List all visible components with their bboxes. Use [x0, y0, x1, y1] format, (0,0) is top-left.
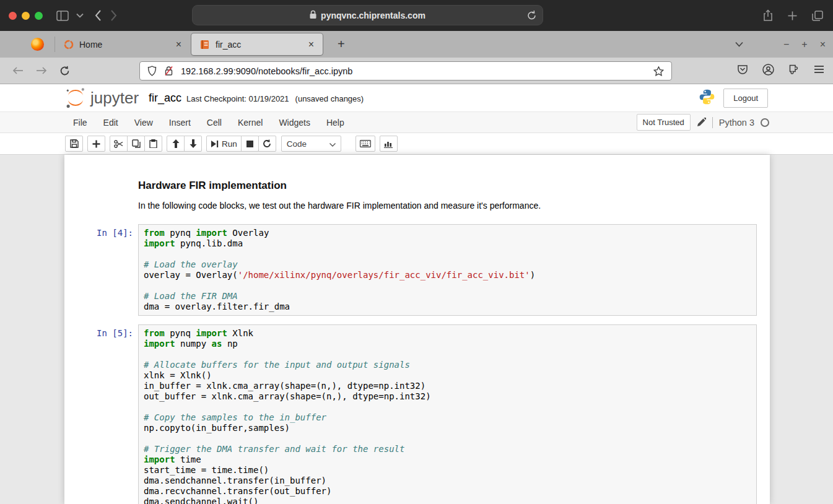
section-paragraph: In the following code blocks, we test ou…	[138, 201, 757, 211]
open-widgets-chart-button[interactable]	[380, 136, 398, 152]
code-line: dma.sendchannel.transfer(in_buffer)	[144, 476, 751, 486]
sidebar-icon[interactable]	[56, 11, 69, 21]
trust-status-button[interactable]: Not Trusted	[637, 114, 691, 131]
code-line: import pynq.lib.dma	[144, 238, 751, 249]
code-line: from pynq import Xlnk	[144, 328, 751, 339]
notebook-icon	[200, 40, 210, 50]
safari-reload-icon[interactable]	[527, 10, 536, 20]
restart-kernel-button[interactable]	[258, 136, 276, 152]
bookmark-star-icon[interactable]	[653, 66, 664, 76]
cell-prompt: In [4]:	[64, 224, 138, 316]
firefox-tabbar: Home×fir_acc× + − + ×	[0, 31, 833, 58]
python-logo-icon	[699, 89, 715, 108]
code-line: import numpy as np	[144, 339, 751, 349]
cell-type-dropdown[interactable]: Code	[281, 136, 341, 152]
code-line: xlnk = Xlnk()	[144, 370, 751, 381]
code-line: start_time = time.time()	[144, 465, 751, 476]
jupyter-ring-icon	[64, 40, 74, 50]
safari-back-icon[interactable]	[95, 10, 102, 21]
browser-forward-icon[interactable]	[36, 66, 47, 75]
safari-address-bar[interactable]: pynqvnc.chiprentals.com	[192, 5, 543, 25]
command-palette-button[interactable]	[355, 136, 375, 152]
zoom-window-button[interactable]	[35, 12, 43, 20]
firefox-logo-icon	[31, 38, 44, 51]
menu-insert[interactable]: Insert	[161, 118, 199, 128]
url-bar[interactable]: 192.168.2.99:9090/notebooks/fir_acc.ipyn…	[139, 61, 672, 80]
code-line: in_buffer = xlnk.cma_array(shape=(n,), d…	[144, 381, 751, 391]
menu-kernel[interactable]: Kernel	[230, 118, 271, 128]
save-button[interactable]	[65, 136, 83, 152]
jupyter-logo[interactable]: jupyter	[64, 87, 139, 109]
account-icon[interactable]	[762, 64, 774, 78]
jupyter-wordmark: jupyter	[90, 89, 139, 108]
new-tab-button[interactable]: +	[334, 37, 349, 51]
menu-help[interactable]: Help	[318, 118, 352, 128]
unsaved-status: (unsaved changes)	[295, 94, 364, 103]
screen: pynqvnc.chiprentals.com	[0, 0, 833, 504]
url-text: 192.168.2.99:9090/notebooks/fir_acc.ipyn…	[181, 66, 352, 76]
code-line	[144, 402, 751, 412]
cut-cell-button[interactable]	[110, 136, 128, 152]
tracking-shield-icon[interactable]	[147, 66, 157, 76]
new-tab-plus-icon[interactable]	[788, 11, 797, 20]
notebook-body: Hardware FIR implementation In the follo…	[0, 155, 833, 504]
insecure-lock-icon[interactable]	[164, 66, 173, 76]
jupyter-toolbar: Run Code	[0, 133, 833, 155]
chevron-down-icon[interactable]	[76, 13, 84, 18]
tab-label: Home	[79, 40, 175, 50]
code-cell-input[interactable]: from pynq import Overlayimport pynq.lib.…	[138, 224, 757, 316]
jupyter-menubar: FileEditViewInsertCellKernelWidgetsHelp …	[0, 112, 833, 133]
code-line: dma = overlay.filter.fir_dma	[144, 302, 751, 312]
extensions-puzzle-icon[interactable]	[788, 64, 800, 77]
tab-close-icon[interactable]: ×	[307, 39, 315, 50]
dropdown-chevron-icon	[329, 139, 336, 149]
move-cell-down-button[interactable]	[184, 136, 202, 152]
firefox-tab-home[interactable]: Home×	[55, 31, 190, 58]
code-line: np.copyto(in_buffer,samples)	[144, 423, 751, 433]
menu-edit[interactable]: Edit	[95, 118, 126, 128]
logout-button[interactable]: Logout	[723, 89, 768, 108]
safari-forward-icon[interactable]	[110, 10, 117, 21]
run-cell-button[interactable]: Run	[206, 136, 242, 152]
pocket-icon[interactable]	[737, 64, 748, 77]
copy-cell-button[interactable]	[127, 136, 145, 152]
list-all-tabs-icon[interactable]	[735, 31, 743, 58]
firefox-navbar: 192.168.2.99:9090/notebooks/fir_acc.ipyn…	[0, 58, 833, 84]
window-maximize-button[interactable]: +	[801, 39, 807, 50]
markdown-cell[interactable]: Hardware FIR implementation In the follo…	[64, 179, 770, 211]
code-line	[144, 280, 751, 291]
minimize-window-button[interactable]	[22, 12, 30, 20]
cell-type-value: Code	[287, 139, 307, 149]
notebook-title[interactable]: fir_acc	[149, 92, 181, 105]
menu-cell[interactable]: Cell	[199, 118, 230, 128]
browser-back-icon[interactable]	[12, 66, 24, 75]
code-line: # Allocate buffers for the input and out…	[144, 360, 751, 370]
code-cell[interactable]: In [4]:from pynq import Overlayimport py…	[64, 224, 770, 316]
tab-overview-icon[interactable]	[812, 11, 823, 21]
menu-view[interactable]: View	[126, 118, 161, 128]
paste-cell-button[interactable]	[144, 136, 162, 152]
interrupt-kernel-button[interactable]	[241, 136, 259, 152]
code-cell[interactable]: In [5]:from pynq import Xlnkimport numpy…	[64, 324, 770, 504]
menu-file[interactable]: File	[65, 118, 95, 128]
menu-hamburger-icon[interactable]	[814, 65, 824, 76]
window-close-button[interactable]: ×	[820, 39, 826, 50]
tab-close-icon[interactable]: ×	[175, 39, 183, 50]
firefox-tab-fir_acc[interactable]: fir_acc×	[191, 33, 323, 55]
code-line: # Copy the samples to the in_buffer	[144, 412, 751, 423]
share-icon[interactable]	[763, 9, 773, 22]
code-line: # Load the FIR DMA	[144, 291, 751, 302]
window-minimize-button[interactable]: −	[783, 39, 789, 50]
code-line: # Load the overlay	[144, 259, 751, 270]
browser-reload-icon[interactable]	[59, 66, 70, 76]
menubar-divider	[712, 117, 713, 128]
menu-widgets[interactable]: Widgets	[271, 118, 318, 128]
code-line: overlay = Overlay('/home/xilinx/pynq/ove…	[144, 270, 751, 280]
code-line	[144, 349, 751, 360]
close-window-button[interactable]	[9, 12, 17, 20]
code-cell-input[interactable]: from pynq import Xlnkimport numpy as np …	[138, 324, 757, 504]
move-cell-up-button[interactable]	[167, 136, 185, 152]
add-cell-button[interactable]	[87, 136, 105, 152]
kernel-name[interactable]: Python 3	[719, 118, 754, 128]
checkpoint-status: Last Checkpoint: 01/19/2021	[186, 94, 289, 103]
